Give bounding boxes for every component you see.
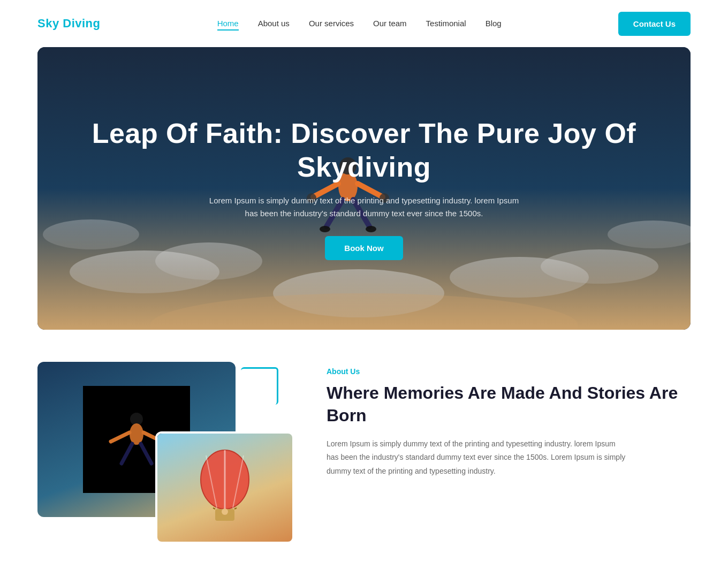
hero-section: Leap Of Faith: Discover The Pure Joy Of …	[37, 47, 691, 330]
book-now-button[interactable]: Book Now	[325, 236, 403, 260]
about-content: About Us Where Memories Are Made And Sto…	[327, 362, 691, 478]
nav-link-team[interactable]: Our team	[373, 19, 407, 28]
navbar: Sky Diving Home About us Our services Ou…	[0, 0, 728, 47]
svg-point-3	[450, 257, 589, 298]
contact-us-button[interactable]: Contact Us	[618, 12, 691, 36]
about-image-overlay	[155, 431, 294, 544]
about-images	[37, 362, 294, 544]
nav-link-testimonial[interactable]: Testimonial	[426, 19, 466, 28]
svg-point-19	[150, 293, 578, 330]
about-heading: Where Memories Are Made And Stories Are …	[327, 382, 691, 427]
svg-point-22	[130, 423, 143, 445]
hero-content: Leap Of Faith: Discover The Pure Joy Of …	[37, 117, 691, 260]
about-section: About Us Where Memories Are Made And Sto…	[0, 330, 728, 562]
about-tag: About Us	[327, 367, 691, 376]
nav-item-services[interactable]: Our services	[309, 19, 354, 28]
about-description: Lorem Ipsum is simply dummy text of the …	[327, 437, 626, 478]
nav-item-about[interactable]: About us	[258, 19, 290, 28]
brand-logo: Sky Diving	[37, 17, 100, 31]
nav-link-about[interactable]: About us	[258, 19, 290, 28]
hero-title: Leap Of Faith: Discover The Pure Joy Of …	[80, 117, 648, 184]
svg-point-35	[222, 508, 228, 515]
nav-link-blog[interactable]: Blog	[486, 19, 502, 28]
nav-link-home[interactable]: Home	[217, 19, 239, 31]
svg-line-33	[213, 508, 215, 509]
nav-item-home[interactable]: Home	[217, 19, 239, 28]
nav-links: Home About us Our services Our team Test…	[217, 19, 502, 28]
nav-item-blog[interactable]: Blog	[486, 19, 502, 28]
bracket-decoration	[241, 367, 278, 405]
nav-item-testimonial[interactable]: Testimonial	[426, 19, 466, 28]
hero-description: Lorem Ipsum is simply dummy text of the …	[209, 194, 519, 220]
svg-point-5	[273, 269, 444, 317]
nav-item-team[interactable]: Our team	[373, 19, 407, 28]
svg-line-34	[234, 508, 237, 509]
nav-link-services[interactable]: Our services	[309, 19, 354, 28]
